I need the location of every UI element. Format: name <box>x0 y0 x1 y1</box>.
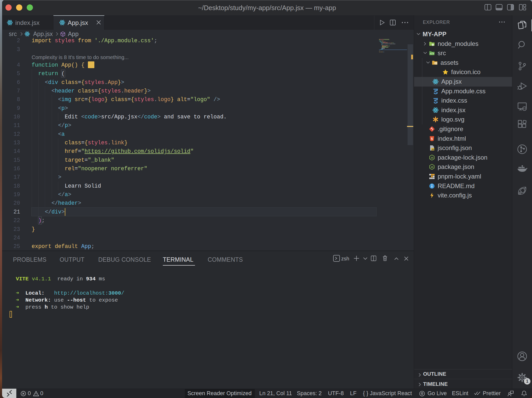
svg-text:JS: JS <box>431 148 434 151</box>
svg-text:JS: JS <box>430 166 433 168</box>
svg-text:</>: </> <box>430 53 434 55</box>
svg-text:5: 5 <box>431 137 433 140</box>
svg-text:JS: JS <box>430 157 433 159</box>
